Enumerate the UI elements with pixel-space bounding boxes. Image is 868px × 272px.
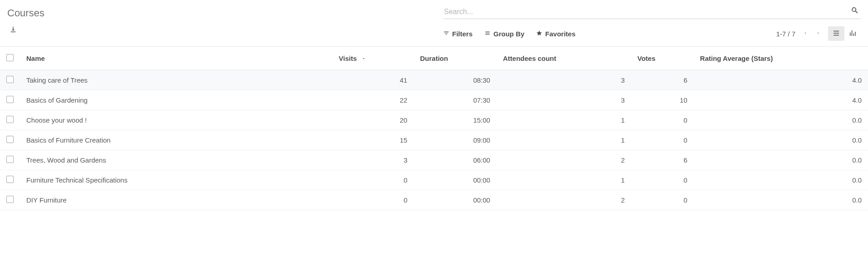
pager-next[interactable] — [816, 29, 821, 39]
row-checkbox[interactable] — [6, 116, 14, 123]
row-checkbox[interactable] — [6, 176, 14, 183]
col-header-rating[interactable]: Rating Average (Stars) — [694, 47, 868, 70]
cell-name: Basics of Gardening — [20, 90, 332, 110]
cell-name: Furniture Technical Specifications — [20, 170, 332, 190]
row-checkbox[interactable] — [6, 156, 14, 163]
table-row[interactable]: DIY Furniture000:00200.0 — [0, 190, 868, 210]
table-row[interactable]: Furniture Technical Specifications000:00… — [0, 170, 868, 190]
col-header-attendees[interactable]: Attendees count — [497, 47, 631, 70]
col-header-duration[interactable]: Duration — [414, 47, 497, 70]
list-icon — [484, 30, 491, 38]
courses-table: Name Visits Duration Attendees count Vot… — [0, 47, 868, 210]
cell-visits: 20 — [332, 110, 414, 130]
cell-votes: 10 — [631, 90, 694, 110]
cell-visits: 15 — [332, 130, 414, 150]
cell-attendees: 1 — [497, 170, 631, 190]
search-bar[interactable] — [443, 5, 861, 19]
cell-votes: 0 — [631, 190, 694, 210]
groupby-label: Group By — [493, 30, 524, 38]
chart-icon — [848, 29, 857, 39]
select-all-checkbox[interactable] — [6, 54, 14, 61]
list-view-icon — [832, 29, 840, 39]
cell-name: DIY Furniture — [20, 190, 332, 210]
cell-name: Choose your wood ! — [20, 110, 332, 130]
cell-votes: 6 — [631, 150, 694, 170]
cell-name: Basics of Furniture Creation — [20, 130, 332, 150]
cell-rating: 0.0 — [694, 130, 868, 150]
cell-attendees: 3 — [497, 70, 631, 90]
pager-prev[interactable] — [803, 29, 808, 39]
cell-duration: 00:00 — [414, 190, 497, 210]
row-checkbox[interactable] — [6, 76, 14, 83]
table-row[interactable]: Choose your wood !2015:00100.0 — [0, 110, 868, 130]
cell-visits: 22 — [332, 90, 414, 110]
cell-visits: 3 — [332, 150, 414, 170]
row-checkbox[interactable] — [6, 136, 14, 143]
cell-duration: 00:00 — [414, 170, 497, 190]
search-icon[interactable] — [849, 6, 861, 17]
cell-rating: 0.0 — [694, 190, 868, 210]
funnel-icon — [443, 30, 449, 38]
cell-duration: 08:30 — [414, 70, 497, 90]
cell-votes: 0 — [631, 110, 694, 130]
cell-duration: 07:30 — [414, 90, 497, 110]
download-icon[interactable] — [9, 25, 17, 36]
cell-rating: 0.0 — [694, 110, 868, 130]
cell-votes: 6 — [631, 70, 694, 90]
view-list-button[interactable] — [828, 26, 844, 41]
star-icon — [536, 30, 542, 38]
favorites-label: Favorites — [545, 30, 575, 38]
pager-text[interactable]: 1-7 / 7 — [776, 30, 795, 38]
table-row[interactable]: Basics of Furniture Creation1509:00100.0 — [0, 130, 868, 150]
cell-votes: 0 — [631, 170, 694, 190]
row-checkbox[interactable] — [6, 196, 14, 203]
cell-visits: 0 — [332, 190, 414, 210]
table-row[interactable]: Trees, Wood and Gardens306:00260.0 — [0, 150, 868, 170]
cell-rating: 4.0 — [694, 70, 868, 90]
view-graph-button[interactable] — [844, 26, 861, 41]
table-row[interactable]: Taking care of Trees4108:30364.0 — [0, 70, 868, 90]
cell-visits: 41 — [332, 70, 414, 90]
page-title: Courses — [7, 7, 434, 19]
cell-attendees: 2 — [497, 190, 631, 210]
cell-name: Trees, Wood and Gardens — [20, 150, 332, 170]
search-input[interactable] — [443, 7, 849, 16]
cell-duration: 15:00 — [414, 110, 497, 130]
table-row[interactable]: Basics of Gardening2207:303104.0 — [0, 90, 868, 110]
cell-rating: 0.0 — [694, 150, 868, 170]
cell-votes: 0 — [631, 130, 694, 150]
cell-attendees: 1 — [497, 130, 631, 150]
cell-visits: 0 — [332, 170, 414, 190]
cell-rating: 4.0 — [694, 90, 868, 110]
groupby-button[interactable]: Group By — [484, 30, 524, 38]
row-checkbox[interactable] — [6, 96, 14, 103]
cell-rating: 0.0 — [694, 170, 868, 190]
favorites-button[interactable]: Favorites — [536, 30, 575, 38]
col-header-visits[interactable]: Visits — [332, 47, 414, 70]
sort-asc-icon — [361, 54, 366, 62]
cell-attendees: 2 — [497, 150, 631, 170]
col-header-votes[interactable]: Votes — [631, 47, 694, 70]
col-header-name[interactable]: Name — [20, 47, 332, 70]
cell-duration: 09:00 — [414, 130, 497, 150]
cell-attendees: 3 — [497, 90, 631, 110]
cell-attendees: 1 — [497, 110, 631, 130]
filters-button[interactable]: Filters — [443, 30, 473, 38]
cell-name: Taking care of Trees — [20, 70, 332, 90]
filters-label: Filters — [452, 30, 473, 38]
cell-duration: 06:00 — [414, 150, 497, 170]
